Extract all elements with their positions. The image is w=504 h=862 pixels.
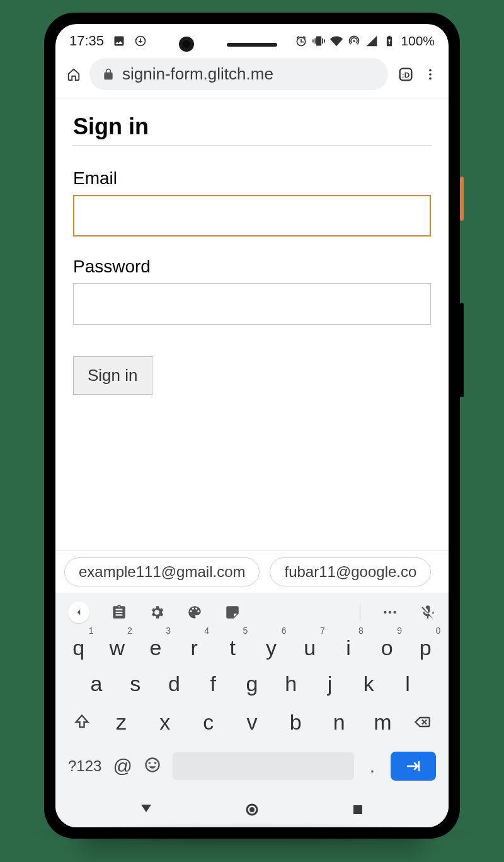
svg-point-3 bbox=[429, 73, 432, 76]
keyboard: q1w2e3r4t5y6u7i8o9p0 asdfghjkl zxcvbnm ?… bbox=[55, 632, 449, 793]
enter-key[interactable] bbox=[391, 752, 436, 781]
tabs-icon[interactable]: :D bbox=[397, 66, 415, 83]
speaker-slot bbox=[227, 43, 277, 47]
home-icon[interactable] bbox=[67, 67, 81, 81]
keyboard-row-bottom: ?123 @ . bbox=[59, 748, 445, 786]
gear-icon[interactable] bbox=[149, 604, 165, 620]
key-h[interactable]: h bbox=[273, 672, 309, 696]
key-d[interactable]: d bbox=[156, 672, 192, 696]
key-g[interactable]: g bbox=[234, 672, 270, 696]
key-j[interactable]: j bbox=[312, 672, 347, 696]
status-bar: 17:35 100% bbox=[55, 24, 449, 53]
screen: 17:35 100% signin-form.glitch.me :D bbox=[55, 24, 449, 827]
password-input[interactable] bbox=[73, 283, 431, 325]
nav-recent-icon[interactable] bbox=[350, 802, 365, 817]
svg-rect-10 bbox=[353, 805, 362, 814]
key-i[interactable]: i8 bbox=[331, 636, 366, 660]
backspace-key[interactable] bbox=[404, 708, 440, 737]
page-title: Sign in bbox=[73, 114, 431, 146]
svg-point-4 bbox=[429, 77, 432, 79]
nav-back-icon[interactable] bbox=[139, 802, 154, 817]
key-n[interactable]: n bbox=[321, 710, 357, 735]
svg-point-2 bbox=[429, 69, 432, 71]
keyboard-toolbar bbox=[55, 593, 449, 632]
key-m[interactable]: m bbox=[365, 710, 400, 735]
nav-home-icon[interactable] bbox=[244, 802, 260, 817]
page-content: Sign in Email Password Sign in bbox=[55, 98, 449, 550]
email-label: Email bbox=[73, 168, 431, 189]
keyboard-back-button[interactable] bbox=[68, 602, 89, 623]
suggestion-chip[interactable]: example111@gmail.com bbox=[64, 557, 260, 586]
suggestion-chip[interactable]: fubar11@google.co bbox=[270, 557, 431, 586]
power-button bbox=[460, 177, 464, 221]
toolbar-separator bbox=[360, 603, 360, 622]
key-a[interactable]: a bbox=[79, 672, 114, 696]
svg-point-5 bbox=[384, 611, 386, 614]
key-e[interactable]: e3 bbox=[138, 636, 173, 660]
more-icon[interactable] bbox=[423, 67, 437, 81]
key-t[interactable]: t5 bbox=[215, 636, 250, 660]
key-k[interactable]: k bbox=[351, 672, 386, 696]
symbols-key[interactable]: ?123 bbox=[68, 757, 101, 775]
key-l[interactable]: l bbox=[390, 672, 425, 696]
key-b[interactable]: b bbox=[278, 710, 313, 735]
more-horiz-icon[interactable] bbox=[382, 604, 398, 620]
lock-icon bbox=[102, 68, 115, 81]
key-o[interactable]: o9 bbox=[369, 636, 404, 660]
drop-shadow bbox=[19, 822, 485, 847]
shift-key[interactable] bbox=[64, 708, 100, 737]
password-label: Password bbox=[73, 257, 431, 277]
space-key[interactable] bbox=[173, 752, 354, 780]
downloads-icon bbox=[134, 35, 147, 47]
signal-icon bbox=[365, 35, 378, 47]
svg-point-9 bbox=[249, 807, 255, 812]
battery-icon bbox=[383, 35, 396, 47]
svg-point-6 bbox=[389, 611, 391, 614]
keyboard-row-2: asdfghjkl bbox=[59, 672, 445, 696]
phone-frame: 17:35 100% signin-form.glitch.me :D bbox=[44, 13, 460, 839]
keyboard-row-1: q1w2e3r4t5y6u7i8o9p0 bbox=[59, 636, 445, 660]
key-f[interactable]: f bbox=[195, 672, 231, 696]
camera-dot bbox=[179, 37, 194, 52]
url-bar[interactable]: signin-form.glitch.me bbox=[89, 58, 388, 90]
autofill-suggestions: example111@gmail.com fubar11@google.co bbox=[55, 550, 449, 593]
key-w[interactable]: w2 bbox=[100, 636, 135, 660]
vibrate-icon bbox=[312, 35, 325, 47]
key-v[interactable]: v bbox=[234, 710, 270, 735]
key-s[interactable]: s bbox=[118, 672, 153, 696]
image-icon bbox=[113, 35, 125, 47]
signin-button[interactable]: Sign in bbox=[73, 356, 152, 395]
keyboard-row-3: zxcvbnm bbox=[59, 708, 445, 737]
email-field-group: Email bbox=[73, 168, 431, 236]
key-c[interactable]: c bbox=[191, 710, 226, 735]
key-z[interactable]: z bbox=[104, 710, 139, 735]
key-p[interactable]: p0 bbox=[408, 636, 443, 660]
password-field-group: Password bbox=[73, 257, 431, 325]
key-x[interactable]: x bbox=[147, 710, 183, 735]
volume-button bbox=[460, 303, 464, 397]
status-time: 17:35 bbox=[69, 33, 104, 49]
svg-text::D: :D bbox=[402, 70, 410, 78]
url-text: signin-form.glitch.me bbox=[122, 64, 273, 84]
browser-toolbar: signin-form.glitch.me :D bbox=[55, 53, 449, 98]
key-r[interactable]: r4 bbox=[176, 636, 212, 660]
key-y[interactable]: y6 bbox=[254, 636, 289, 660]
emoji-key[interactable] bbox=[144, 756, 161, 776]
key-q[interactable]: q1 bbox=[61, 636, 96, 660]
period-key[interactable]: . bbox=[365, 755, 379, 777]
key-u[interactable]: u7 bbox=[292, 636, 328, 660]
hotspot-icon bbox=[348, 35, 360, 47]
clipboard-icon[interactable] bbox=[111, 604, 127, 620]
wifi-icon bbox=[330, 35, 343, 47]
palette-icon[interactable] bbox=[186, 604, 203, 620]
alarm-icon bbox=[295, 35, 307, 47]
battery-percent: 100% bbox=[401, 33, 435, 49]
mic-off-icon[interactable] bbox=[420, 604, 436, 620]
at-key[interactable]: @ bbox=[113, 755, 132, 777]
sticker-icon[interactable] bbox=[224, 604, 241, 620]
email-input[interactable] bbox=[73, 195, 431, 236]
svg-point-7 bbox=[393, 611, 396, 614]
